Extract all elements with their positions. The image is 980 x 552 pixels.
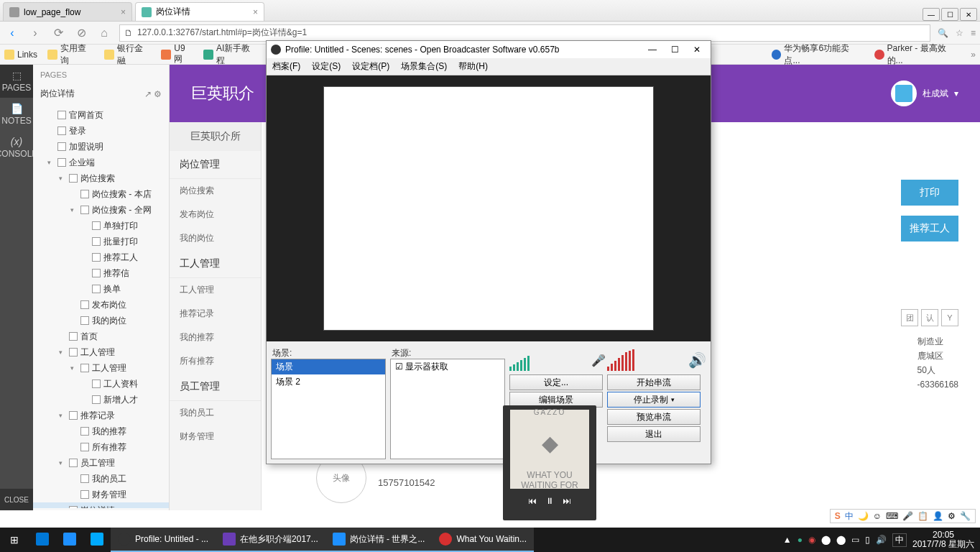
tree-row[interactable]: 首页 xyxy=(33,328,169,344)
sidebar-header[interactable]: 员工管理 xyxy=(170,373,261,401)
tray-icon[interactable]: ⬤ xyxy=(821,535,831,545)
tree-row[interactable]: ▾岗位搜索 - 全网 xyxy=(33,202,169,218)
mic-icon[interactable]: 🎤 xyxy=(902,511,913,521)
maximize-button[interactable]: ☐ xyxy=(671,45,679,55)
tree-row[interactable]: 岗位搜索 - 本店 xyxy=(33,186,169,202)
url-input[interactable]: 🗋 127.0.0.1:32767/start.html#p=岗位详情&g=1 xyxy=(119,24,930,42)
rail-console[interactable]: (x)CONSOLE xyxy=(0,131,33,164)
volume-icon[interactable]: 🔊 xyxy=(876,535,887,545)
tree-row[interactable]: ▾企业端 xyxy=(33,155,169,170)
start-button[interactable]: ⊞ xyxy=(0,528,29,552)
sidebar-item[interactable]: 所有推荐 xyxy=(170,349,261,373)
scene-item[interactable]: 场景 xyxy=(272,359,385,374)
stop-record-button[interactable]: 停止录制 xyxy=(607,392,701,408)
tree-row[interactable]: 财务管理 xyxy=(33,487,169,502)
tray-icon[interactable]: ▯ xyxy=(865,535,870,545)
tab-1[interactable]: 岗位详情 × xyxy=(135,2,264,21)
tab-0[interactable]: low_page_flow × xyxy=(3,2,132,21)
stop-button[interactable]: ⊘ xyxy=(73,25,89,41)
moon-icon[interactable]: 🌙 xyxy=(858,511,869,521)
tree-row[interactable]: 批量打印 xyxy=(33,234,169,249)
clock[interactable]: 20:05 2017/7/8 星期六 xyxy=(912,530,974,549)
tree-row[interactable]: ▾工人管理 xyxy=(33,360,169,376)
tray-icon[interactable]: ▭ xyxy=(851,535,859,545)
ime-lang[interactable]: 中 xyxy=(845,510,854,523)
bookmark-item[interactable]: 银行金融 xyxy=(104,42,151,67)
clipboard-icon[interactable]: 📋 xyxy=(917,511,928,521)
tray-lang[interactable]: 中 xyxy=(892,533,907,547)
wrench-icon[interactable]: 🔧 xyxy=(960,511,971,521)
user-icon[interactable]: 👤 xyxy=(933,511,943,521)
reload-button[interactable]: ⟳ xyxy=(50,25,66,41)
sidebar-item[interactable]: 工人管理 xyxy=(170,278,261,302)
menu-help[interactable]: 帮助(H) xyxy=(458,60,488,73)
sidebar-item[interactable]: 我的推荐 xyxy=(170,326,261,349)
scene-list[interactable]: 场景 场景 2 xyxy=(271,359,386,459)
back-button[interactable]: ‹ xyxy=(4,25,20,41)
system-tray[interactable]: ▲ ● ◉ ⬤ ⬤ ▭ ▯ 🔊 中 20:05 2017/7/8 星期六 xyxy=(783,530,980,549)
menu-settings[interactable]: 设定(S) xyxy=(312,60,341,73)
prev-button[interactable]: ⏮ xyxy=(528,496,537,506)
music-player[interactable]: GAZZO ◆ WHAT YOU WAITING FOR ⏮ ⏸ ⏭ xyxy=(503,405,596,520)
speaker-icon[interactable]: 🔊 xyxy=(688,351,706,369)
sidebar-item[interactable]: 财务管理 xyxy=(170,425,261,448)
print-button[interactable]: 打印 xyxy=(901,180,958,206)
settings-button[interactable]: 设定... xyxy=(509,374,603,390)
close-icon[interactable]: × xyxy=(121,7,126,17)
forward-button[interactable]: › xyxy=(27,25,43,41)
overflow-icon[interactable]: » xyxy=(971,50,976,60)
taskbar-item[interactable] xyxy=(56,528,83,552)
tray-icon[interactable]: ◉ xyxy=(808,535,815,545)
tree-row[interactable]: ▾推荐记录 xyxy=(33,408,169,423)
taskbar-item[interactable] xyxy=(29,528,56,552)
tree-row[interactable]: 我的推荐 xyxy=(33,423,169,439)
tree-row[interactable]: 我的员工 xyxy=(33,471,169,487)
gear-icon[interactable]: ⚙ xyxy=(948,511,956,521)
tree-row[interactable]: ▾员工管理 xyxy=(33,455,169,471)
sidebar-item[interactable]: 发布岗位 xyxy=(170,203,261,226)
close-icon[interactable]: × xyxy=(253,7,258,17)
exit-button[interactable]: 退出 xyxy=(607,426,701,442)
obs-titlebar[interactable]: Profile: Untitled - Scenes: scenes - Ope… xyxy=(267,41,711,58)
tree-row[interactable]: 我的岗位 xyxy=(33,313,169,328)
taskbar-item[interactable]: 在他乡职介端2017... xyxy=(216,528,325,552)
tree-row[interactable]: ▾岗位搜索 xyxy=(33,170,169,186)
minimize-button[interactable]: — xyxy=(648,45,657,55)
menu-icon[interactable]: ≡ xyxy=(971,28,976,38)
tree-row[interactable]: 换单 xyxy=(33,281,169,297)
close-button[interactable]: ✕ xyxy=(693,45,701,55)
sidebar-header[interactable]: 工人管理 xyxy=(170,250,261,278)
maximize-button[interactable]: ☐ xyxy=(941,8,958,21)
rail-notes[interactable]: 📄NOTES xyxy=(0,98,33,131)
source-item[interactable]: ☑ 显示器获取 xyxy=(391,359,504,374)
taskbar-item[interactable]: Profile: Untitled - ... xyxy=(111,528,216,552)
scene-item[interactable]: 场景 2 xyxy=(272,374,385,390)
tree-row[interactable]: 推荐工人 xyxy=(33,249,169,265)
tree-row[interactable]: 加盟说明 xyxy=(33,139,169,155)
menu-profile[interactable]: 设定档(P) xyxy=(352,60,389,73)
tree-row[interactable]: 工人资料 xyxy=(33,376,169,392)
bookmark-item[interactable]: AI新手教程 xyxy=(203,42,258,67)
tray-icon[interactable]: ● xyxy=(798,535,803,545)
taskbar-item[interactable] xyxy=(83,528,111,552)
pause-button[interactable]: ⏸ xyxy=(545,496,554,506)
tray-icon[interactable]: ⬤ xyxy=(836,535,846,545)
tree-row[interactable]: 登录 xyxy=(33,123,169,139)
source-list[interactable]: ☑ 显示器获取 xyxy=(390,359,505,459)
sidebar-header[interactable]: 岗位管理 xyxy=(170,151,261,179)
emoji-icon[interactable]: ☺ xyxy=(873,511,882,521)
tree-row[interactable]: 单独打印 xyxy=(33,218,169,234)
user-menu[interactable]: 杜成斌 ▾ xyxy=(891,80,958,106)
rail-pages[interactable]: ⬚PAGES xyxy=(0,65,33,98)
bookmark-item[interactable]: U9网 xyxy=(161,43,193,65)
menu-file[interactable]: 档案(F) xyxy=(272,60,300,73)
tree-row[interactable]: 推荐信 xyxy=(33,265,169,281)
tree-row[interactable]: 岗位详情 xyxy=(33,502,169,508)
tree-row[interactable]: 所有推荐 xyxy=(33,439,169,455)
bookmark-item[interactable]: 实用查询 xyxy=(47,42,94,67)
rail-close[interactable]: CLOSE xyxy=(0,489,33,510)
sidebar-item[interactable]: 岗位搜索 xyxy=(170,179,261,203)
taskbar-item[interactable]: What You Waitin... xyxy=(432,528,534,552)
obs-window[interactable]: Profile: Untitled - Scenes: scenes - Ope… xyxy=(266,40,711,464)
search-icon[interactable]: 🔍 xyxy=(938,28,948,38)
